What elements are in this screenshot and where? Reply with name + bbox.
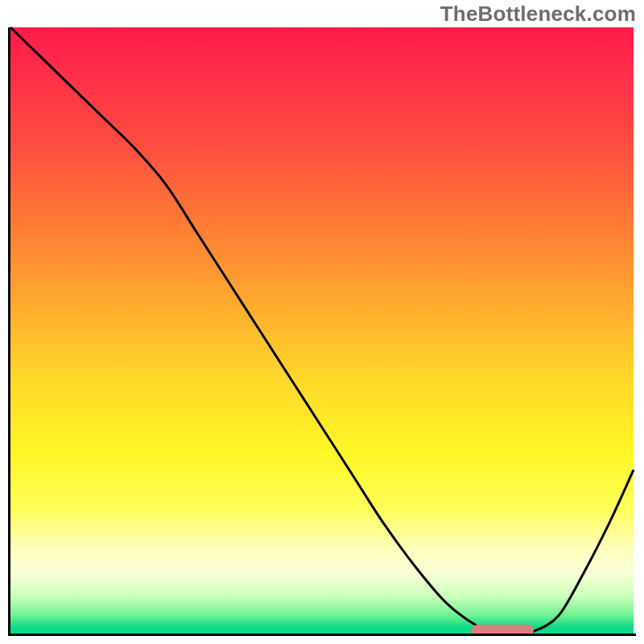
plot-area [10, 27, 634, 634]
y-axis [8, 27, 10, 634]
bottleneck-chart: TheBottleneck.com [0, 0, 644, 644]
x-axis [8, 634, 636, 636]
bottleneck-curve [10, 27, 634, 634]
curve-path [10, 27, 634, 633]
watermark-text: TheBottleneck.com [440, 2, 636, 27]
